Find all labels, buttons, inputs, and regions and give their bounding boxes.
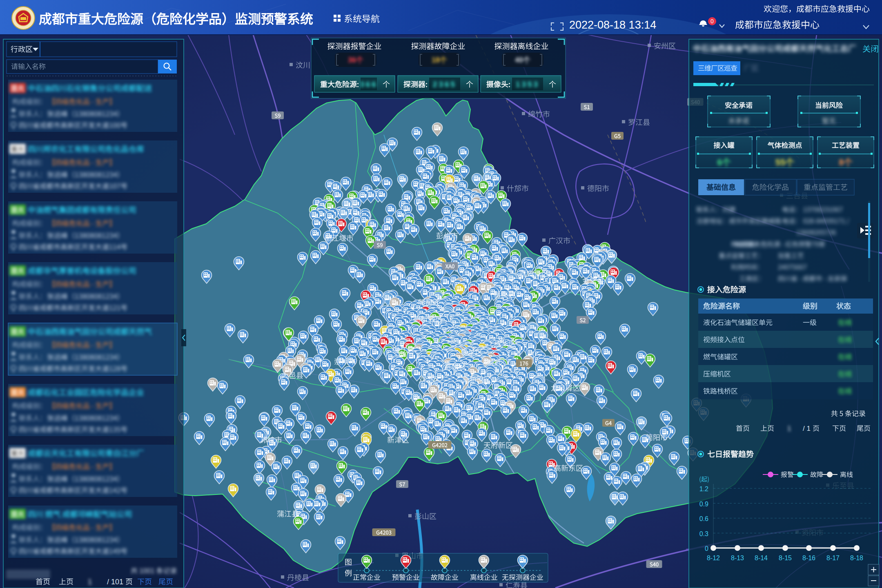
svg-text:1353: 1353 <box>516 80 539 89</box>
svg-text:/ 1: / 1 <box>803 425 811 432</box>
svg-text:0.6: 0.6 <box>699 515 708 522</box>
svg-text:0: 0 <box>710 18 714 24</box>
svg-text:55个: 55个 <box>775 157 794 167</box>
svg-text:8-12: 8-12 <box>707 555 720 561</box>
svg-text:8-17: 8-17 <box>826 555 840 561</box>
svg-text:0: 0 <box>705 545 708 552</box>
svg-text:2022-08-18 13:14: 2022-08-18 13:14 <box>569 19 656 31</box>
svg-text:8个: 8个 <box>839 157 853 167</box>
svg-text:36个: 36个 <box>348 56 363 64</box>
svg-text:8-16: 8-16 <box>802 555 815 561</box>
svg-text:8-15: 8-15 <box>779 555 792 561</box>
svg-text:8-14: 8-14 <box>755 555 768 561</box>
svg-text:/ 101: / 101 <box>107 578 123 586</box>
svg-text:40个: 40个 <box>515 56 530 64</box>
svg-text:8-18: 8-18 <box>850 555 863 561</box>
svg-text:1: 1 <box>787 425 791 432</box>
svg-text:1: 1 <box>88 578 92 586</box>
svg-text:366: 366 <box>360 80 378 89</box>
svg-text:1.2: 1.2 <box>699 486 708 492</box>
svg-text:6个: 6个 <box>717 157 731 167</box>
svg-text:0.9: 0.9 <box>699 501 708 508</box>
svg-text:0.3: 0.3 <box>699 530 708 537</box>
svg-text:8-13: 8-13 <box>731 555 744 561</box>
svg-text:18个: 18个 <box>432 56 447 64</box>
svg-text:2365: 2365 <box>433 80 457 89</box>
